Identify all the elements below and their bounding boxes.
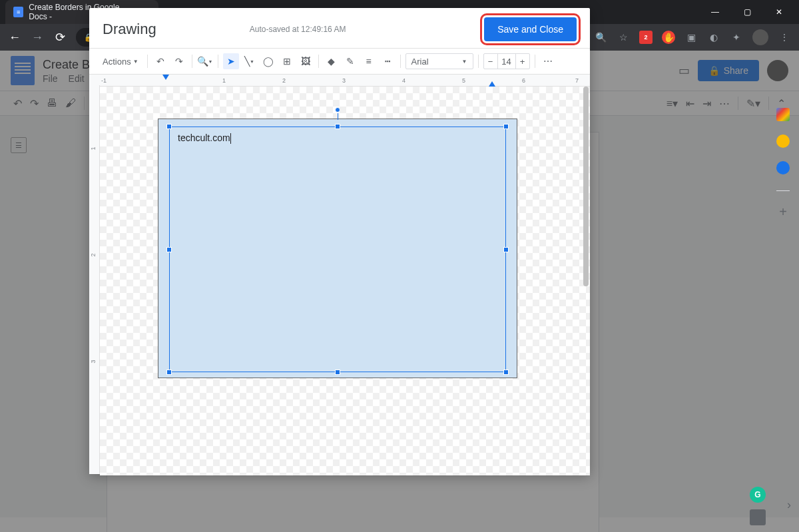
textbox-tool-icon[interactable]: ⊞ [279, 53, 295, 69]
font-select[interactable]: Arial▼ [405, 53, 473, 69]
resize-handle-s[interactable] [335, 370, 340, 375]
grammarly-icon[interactable]: G [750, 487, 766, 503]
undo-icon[interactable]: ↶ [152, 53, 168, 69]
pip-icon[interactable]: ▣ [684, 31, 698, 44]
extension-icon[interactable]: ◐ [707, 31, 720, 44]
extension-badge[interactable]: 2 [639, 31, 653, 44]
star-icon[interactable]: ☆ [617, 31, 630, 44]
search-icon[interactable]: 🔍 [594, 31, 607, 44]
fill-color-icon[interactable]: ◆ [324, 53, 340, 69]
maximize-button[interactable]: ▢ [732, 2, 762, 22]
resize-handle-ne[interactable] [503, 124, 509, 129]
resize-handle-sw[interactable] [166, 370, 172, 375]
browser-menu-icon[interactable]: ⋮ [778, 31, 791, 44]
actions-menu[interactable]: Actions▼ [99, 54, 142, 69]
border-weight-icon[interactable]: ≡ [361, 53, 377, 69]
canvas-scrollbar[interactable] [583, 87, 589, 475]
drawn-rectangle[interactable]: techcult.com [158, 119, 517, 378]
border-dash-icon[interactable]: ┅ [380, 53, 396, 69]
select-tool-icon[interactable]: ➤ [223, 53, 239, 69]
profile-avatar[interactable] [752, 29, 768, 45]
close-window-button[interactable]: ✕ [764, 2, 794, 22]
shape-text-content[interactable]: techcult.com [170, 127, 505, 149]
minimize-button[interactable]: — [700, 2, 730, 22]
add-addon-icon[interactable]: + [779, 204, 787, 220]
scrollbar-thumb[interactable] [583, 87, 589, 286]
dialog-title: Drawing [103, 21, 156, 38]
rotate-handle[interactable] [335, 107, 340, 113]
text-cursor [230, 133, 231, 144]
horizontal-ruler[interactable]: -1 1 2 3 4 5 6 7 [89, 75, 590, 87]
resize-handle-n[interactable] [335, 124, 340, 129]
shape-tool-icon[interactable]: ◯ [260, 53, 276, 69]
back-button[interactable]: ← [8, 31, 21, 45]
vertical-ruler[interactable]: 1 2 3 [89, 85, 100, 474]
google-docs-favicon: ≡ [13, 7, 23, 17]
more-tools-icon[interactable]: ⋯ [540, 53, 556, 69]
autosave-status: Auto-saved at 12:49:16 AM [250, 25, 346, 34]
forward-button[interactable]: → [31, 31, 44, 45]
fontsize-value[interactable]: 14 [497, 54, 516, 69]
increase-fontsize[interactable]: + [516, 57, 529, 67]
extension-icon-adblock[interactable]: ✋ [662, 31, 675, 44]
resize-handle-w[interactable] [166, 247, 172, 252]
tasks-icon[interactable] [776, 161, 790, 174]
keep-icon[interactable] [776, 134, 790, 148]
image-tool-icon[interactable]: 🖼 [298, 53, 314, 69]
reload-button[interactable]: ⟳ [53, 30, 67, 45]
drawing-canvas[interactable]: techcult.com [100, 87, 590, 475]
collapse-sidepanel-icon[interactable]: › [787, 498, 791, 512]
side-panel: + [767, 103, 799, 220]
font-size-control: − 14 + [483, 53, 530, 69]
zoom-icon[interactable]: 🔍▼ [197, 53, 213, 69]
line-tool-icon[interactable]: ╲▼ [242, 53, 258, 69]
resize-handle-se[interactable] [503, 370, 509, 375]
redo-icon[interactable]: ↷ [171, 53, 187, 69]
resize-handle-e[interactable] [503, 247, 509, 252]
drawing-dialog: Drawing Auto-saved at 12:49:16 AM Save a… [89, 8, 590, 474]
calendar-icon[interactable] [776, 108, 790, 121]
decrease-fontsize[interactable]: − [484, 57, 497, 67]
border-color-icon[interactable]: ✎ [342, 53, 358, 69]
extensions-menu-icon[interactable]: ✦ [730, 31, 743, 44]
save-and-close-button[interactable]: Save and Close [484, 17, 577, 41]
drawing-toolbar: Actions▼ ↶ ↷ 🔍▼ ➤ ╲▼ ◯ ⊞ 🖼 ◆ ✎ ≡ ┅ Arial… [89, 48, 590, 75]
explore-button[interactable] [750, 509, 766, 525]
resize-handle-nw[interactable] [166, 124, 172, 129]
selection-box: techcult.com [169, 127, 506, 372]
